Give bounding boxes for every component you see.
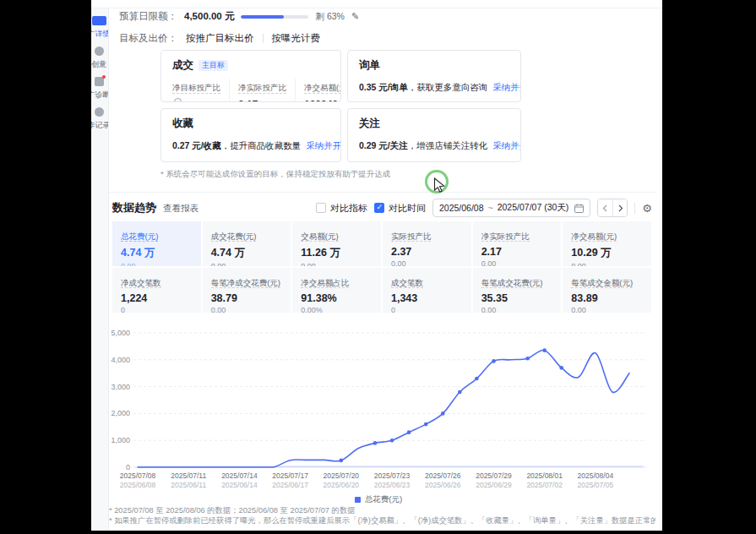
compare-time-label: 对比时间 bbox=[389, 202, 426, 215]
app-window: 广详情创意广诊断作记录 预算日限额： 4,500.00 元 剩 63% ✎ 目标… bbox=[91, 0, 662, 531]
date-pager bbox=[597, 199, 628, 217]
tile-label: 每笔净成交花费(元) bbox=[211, 278, 280, 288]
card-metric: 净实际投产比 2.17 bbox=[229, 79, 295, 102]
date-range-picker[interactable]: 2025/06/08 ~ 2025/07/07 (30天) bbox=[432, 199, 590, 217]
metric-tile-11[interactable]: 每笔成交金额(元)83.890.00 bbox=[563, 268, 651, 313]
tile-compare-value: 0.00 bbox=[571, 306, 643, 313]
metric-tile-3[interactable]: 实际投产比2.370.00 bbox=[383, 221, 471, 266]
metric-tile-0[interactable]: 总花费(元)4.74 万0.00 bbox=[112, 221, 201, 266]
compare-metric-toggle[interactable]: 对比指标 bbox=[316, 202, 367, 215]
tile-label: 实际投产比 bbox=[391, 232, 432, 242]
option-bid-by-impression[interactable]: 按曝光计费 bbox=[272, 32, 321, 45]
prev-period-button[interactable] bbox=[598, 199, 612, 216]
tile-compare-value: 0 bbox=[391, 306, 463, 313]
option-bid-by-goal[interactable]: 按推广目标出价 bbox=[186, 32, 254, 45]
metric-tile-9[interactable]: 成交笔数1,3430 bbox=[383, 268, 471, 313]
tile-compare-value: 0.00 bbox=[391, 259, 463, 266]
tile-value: 35.35 bbox=[481, 292, 553, 304]
calendar-icon bbox=[574, 204, 584, 213]
view-report-link[interactable]: 查看报表 bbox=[163, 203, 199, 215]
compare-time-toggle[interactable]: 对比时间 bbox=[374, 202, 426, 215]
budget-progress-fill bbox=[241, 15, 283, 19]
tile-value: 4.74 万 bbox=[211, 246, 283, 260]
card-metric: 净交易额(元) 102946.60 bbox=[295, 79, 341, 102]
tile-label: 交易额(元) bbox=[301, 232, 338, 242]
budget-progress-bar bbox=[241, 15, 308, 19]
card-desc-text: ，提升商品收藏数量 bbox=[221, 140, 302, 150]
compare-metric-label: 对比指标 bbox=[330, 202, 367, 215]
footnote-line: * 2025/07/08 至 2025/08/06 的数据；2025/06/08… bbox=[109, 506, 655, 516]
goal-card-favorite: 收藏 0.27 元/收藏，提升商品收藏数量采纳并开启 bbox=[160, 108, 341, 162]
sidebar-item-2[interactable]: 广诊断 bbox=[91, 69, 109, 100]
metric-tile-6[interactable]: 净成交笔数1,2240 bbox=[112, 268, 201, 313]
info-icon[interactable]: i bbox=[174, 98, 182, 102]
metric-tile-7[interactable]: 每笔净成交花费(元)38.790.00 bbox=[203, 268, 291, 313]
svg-text:2025/06/11: 2025/06/11 bbox=[171, 481, 206, 489]
accept-enable-link[interactable]: 采纳并开启 bbox=[492, 82, 521, 92]
legend-label: 总花费(元) bbox=[365, 494, 402, 505]
svg-text:2025/06/14: 2025/06/14 bbox=[221, 481, 258, 489]
tile-compare-value: 0.00 bbox=[481, 306, 553, 313]
tile-label: 净交易额占比 bbox=[301, 278, 349, 288]
svg-text:2,000: 2,000 bbox=[111, 409, 130, 417]
metric-label: 净实际投产比 bbox=[238, 83, 286, 94]
gear-icon[interactable]: ⚙ bbox=[642, 203, 652, 214]
date-end: 2025/07/07 (30天) bbox=[498, 202, 569, 214]
svg-text:2025/06/23: 2025/06/23 bbox=[374, 481, 411, 489]
tile-label: 每笔成交花费(元) bbox=[481, 278, 543, 288]
metric-tile-2[interactable]: 交易额(元)11.26 万0.00 bbox=[292, 221, 381, 266]
budget-row: 预算日限额： 4,500.00 元 剩 63% ✎ bbox=[119, 10, 359, 23]
sidebar-item-1[interactable]: 创意 bbox=[91, 39, 109, 69]
metric-tile-4[interactable]: 净实际投产比2.170.00 bbox=[473, 221, 562, 266]
metric-value: 2.17 bbox=[238, 99, 286, 102]
svg-text:0: 0 bbox=[126, 463, 130, 471]
trend-chart[interactable]: 01,0002,0003,0004,0005,0002025/07/082025… bbox=[100, 326, 657, 493]
compare-metric-checkbox[interactable] bbox=[316, 203, 326, 213]
goal-card-follow: 关注 0.29 元/关注，增强店铺关注转化采纳并开启 bbox=[347, 108, 521, 162]
svg-text:2025/07/23: 2025/07/23 bbox=[374, 471, 411, 480]
svg-text:5,000: 5,000 bbox=[111, 329, 130, 337]
option-divider bbox=[263, 34, 264, 43]
sidebar-item-label: 创意 bbox=[91, 60, 109, 69]
svg-text:2025/07/11: 2025/07/11 bbox=[171, 471, 206, 480]
svg-text:2025/06/26: 2025/06/26 bbox=[425, 481, 461, 489]
budget-label: 预算日限额： bbox=[119, 10, 177, 23]
accept-enable-link[interactable]: 采纳并开启 bbox=[306, 140, 341, 150]
trend-header: 数据趋势 查看报表 对比指标 对比时间 2025/06/08 ~ 2025/07… bbox=[112, 199, 652, 217]
footnote-line: * 如果推广在暂停或删除前已经获得了曝光，那么在暂停或重建后展示「(净)交易额」… bbox=[109, 516, 655, 526]
accept-enable-link[interactable]: 采纳并开启 bbox=[492, 140, 521, 150]
tile-label: 净成交笔数 bbox=[121, 278, 161, 288]
budget-edit-icon[interactable]: ✎ bbox=[351, 11, 359, 22]
goal-bid-row: 目标及出价： 按推广目标出价 按曝光计费 bbox=[119, 32, 320, 45]
sidebar-item-0[interactable]: 广详情 bbox=[91, 8, 109, 39]
tile-value: 1,224 bbox=[121, 292, 193, 304]
chart-area: 01,0002,0003,0004,0005,0002025/07/082025… bbox=[100, 326, 657, 493]
card-metric: 净目标投产比i 2.45 ✎ bbox=[172, 79, 229, 102]
tile-compare-value: 0.00 bbox=[301, 262, 373, 266]
sidebar-item-label: 广详情 bbox=[91, 30, 109, 39]
card-price: 0.35 元/询单 bbox=[359, 82, 408, 92]
metric-tile-8[interactable]: 净交易额占比91.38%0.00% bbox=[292, 268, 381, 313]
sidebar-item-icon bbox=[95, 46, 104, 56]
sidebar-item-icon bbox=[95, 107, 104, 117]
card-desc-text: ，增强店铺关注转化 bbox=[408, 140, 488, 150]
tile-compare-value: 0.00 bbox=[211, 306, 283, 313]
compare-time-checkbox[interactable] bbox=[374, 203, 384, 213]
tile-label: 每笔成交金额(元) bbox=[571, 278, 633, 288]
tile-compare-value: 0.00 bbox=[481, 259, 553, 266]
sidebar-item-3[interactable]: 作记录 bbox=[91, 100, 109, 130]
tile-value: 2.17 bbox=[481, 246, 553, 258]
tile-compare-value: 0.00% bbox=[301, 306, 373, 313]
metric-tile-10[interactable]: 每笔成交花费(元)35.350.00 bbox=[473, 268, 562, 313]
metric-label: 净交易额(元) bbox=[304, 83, 341, 94]
tile-label: 成交花费(元) bbox=[211, 232, 257, 242]
goal-card-inquiry: 询单 0.35 元/询单，获取更多意向咨询采纳并开启 bbox=[347, 50, 521, 102]
tile-value: 91.38% bbox=[301, 292, 373, 304]
next-period-button[interactable] bbox=[612, 199, 627, 216]
card-title: 询单 bbox=[359, 58, 380, 73]
svg-text:2025/06/08: 2025/06/08 bbox=[120, 481, 156, 489]
svg-text:2025/07/08: 2025/07/08 bbox=[120, 471, 156, 480]
budget-remaining-label: 剩 63% bbox=[315, 11, 344, 23]
metric-tile-5[interactable]: 净交易额(元)10.29 万0.00 bbox=[563, 221, 651, 266]
metric-tile-1[interactable]: 成交花费(元)4.74 万0.00 bbox=[203, 221, 291, 266]
